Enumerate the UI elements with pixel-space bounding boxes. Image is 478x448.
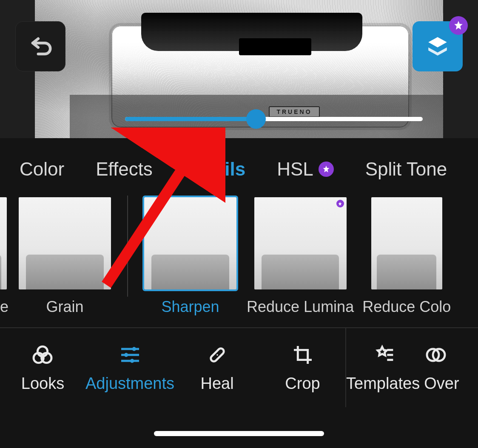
- star-icon: [453, 20, 464, 31]
- thumbnail-image: [26, 255, 103, 291]
- thumbnail-image: [377, 255, 436, 291]
- tool-label: Crop: [285, 374, 320, 393]
- premium-badge: [449, 16, 468, 35]
- tab-label: Details: [184, 159, 245, 180]
- tool-looks[interactable]: Looks: [0, 328, 85, 407]
- tool-heal[interactable]: Heal: [174, 328, 260, 407]
- thumb-label: Sharpen: [161, 298, 219, 316]
- premium-badge: [336, 200, 344, 207]
- thumb-reduce-color[interactable]: [370, 196, 444, 291]
- thumb-reduce-luma[interactable]: [253, 196, 348, 291]
- thumb-label: Grain: [46, 298, 83, 316]
- overlays-icon: [424, 343, 448, 367]
- thumbnail-image: [151, 255, 229, 291]
- adjustment-slider-strip: [70, 95, 443, 138]
- group-divider: [127, 196, 128, 297]
- svg-point-10: [214, 352, 216, 354]
- thumb-fade[interactable]: [0, 196, 9, 291]
- tool-overlays[interactable]: Over: [420, 328, 478, 407]
- toolbar-right: Templates Over: [346, 328, 478, 407]
- layers-icon: [425, 34, 450, 59]
- thumb-col-sharpen: Sharpen: [142, 196, 238, 316]
- thumbnail-image: [0, 255, 1, 291]
- tab-label: HSL: [277, 159, 313, 180]
- adjustment-slider-fill: [125, 117, 256, 121]
- preset-thumbnails: de Grain Sharpen Reduce Lumina Re: [0, 196, 478, 323]
- svg-point-12: [216, 354, 218, 356]
- layers-button[interactable]: [413, 21, 463, 71]
- star-icon: [322, 165, 330, 173]
- tab-color[interactable]: Color: [20, 159, 64, 180]
- svg-point-4: [132, 347, 136, 351]
- thumb-sharpen[interactable]: [142, 196, 238, 291]
- thumb-label: Reduce Lumina: [247, 298, 354, 316]
- tool-label: Adjustments: [85, 374, 174, 393]
- adjustment-tabs: Color Effects Details HSL Split Tone: [0, 138, 478, 196]
- home-indicator[interactable]: [154, 431, 324, 436]
- templates-icon: [371, 343, 395, 367]
- adjustment-slider-thumb[interactable]: [246, 109, 266, 129]
- tool-label: Templates: [346, 374, 420, 393]
- tab-label: Effects: [96, 159, 153, 180]
- svg-point-11: [218, 356, 220, 357]
- image-canvas[interactable]: TRUENO: [35, 0, 443, 138]
- thumb-label: de: [0, 298, 9, 316]
- star-icon: [338, 201, 342, 206]
- crop-icon: [291, 343, 315, 367]
- bandage-icon: [205, 343, 229, 367]
- thumb-label: Reduce Colo: [362, 298, 451, 316]
- tool-adjustments[interactable]: Adjustments: [85, 328, 174, 407]
- tab-split-tone[interactable]: Split Tone: [365, 159, 447, 180]
- thumb-grain[interactable]: [17, 196, 113, 291]
- svg-point-6: [124, 353, 128, 357]
- thumb-col-fade: de: [0, 196, 9, 316]
- tab-effects[interactable]: Effects: [96, 159, 153, 180]
- thumbnail-image: [262, 255, 339, 291]
- tool-crop[interactable]: Crop: [260, 328, 345, 407]
- tool-label: Heal: [200, 374, 233, 393]
- thumb-col-reduce-color: Reduce Colo: [362, 196, 451, 316]
- main-toolbar: Looks Adjustments Heal Crop Templates: [0, 327, 478, 407]
- edit-stage: TRUENO: [0, 0, 478, 138]
- thumb-col-grain: Grain: [17, 196, 113, 316]
- undo-icon: [27, 33, 54, 60]
- thumb-col-reduce-luma: Reduce Lumina: [247, 196, 354, 316]
- tab-hsl[interactable]: HSL: [277, 159, 334, 180]
- looks-icon: [31, 343, 54, 367]
- tool-label: Over: [424, 374, 459, 393]
- tool-label: Looks: [21, 374, 64, 393]
- tab-label: Color: [20, 159, 64, 180]
- svg-point-8: [130, 359, 134, 363]
- tab-details[interactable]: Details: [184, 159, 245, 180]
- tab-label: Split Tone: [365, 159, 447, 180]
- sliders-icon: [118, 343, 142, 367]
- adjustment-slider[interactable]: [125, 117, 423, 121]
- tool-templates[interactable]: Templates: [346, 328, 420, 407]
- undo-button[interactable]: [15, 21, 65, 71]
- premium-badge: [319, 162, 334, 177]
